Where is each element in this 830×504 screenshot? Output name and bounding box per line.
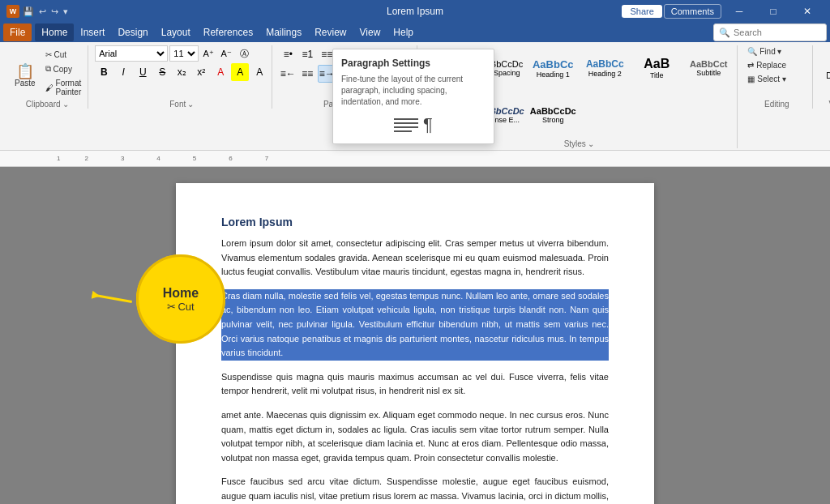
search-input[interactable] <box>734 28 821 37</box>
menu-item-insert[interactable]: Insert <box>74 23 111 41</box>
bold-button[interactable]: B <box>95 63 113 81</box>
find-icon: 🔍 <box>747 47 757 56</box>
replace-button[interactable]: ⇄ Replace <box>744 59 809 71</box>
menu-item-review[interactable]: Review <box>308 23 353 41</box>
cut-icon: ✂ <box>45 50 52 59</box>
replace-icon: ⇄ <box>747 61 754 70</box>
title-bar-left: W 💾 ↩ ↪ ▾ <box>6 5 68 18</box>
style-strong[interactable]: AaBbCcDc Strong <box>528 92 578 138</box>
superscript-button[interactable]: x² <box>192 63 210 81</box>
align-center-button[interactable]: ≡≡ <box>298 65 316 83</box>
menu-item-mailings[interactable]: Mailings <box>259 23 308 41</box>
clipboard-expand-icon[interactable]: ⌄ <box>62 100 69 109</box>
document-paragraph-4: amet ante. Maecenas quis dignissim ex. A… <box>221 408 609 465</box>
editing-label: Editing <box>764 98 789 109</box>
paragraph-settings-tooltip: Paragraph Settings Fine-tune the layout … <box>332 49 494 144</box>
font-name-selector[interactable]: Arial <box>95 45 168 62</box>
maximize-button[interactable]: □ <box>757 0 789 23</box>
style-heading1[interactable]: AaBbCc Heading 1 <box>528 45 578 91</box>
editing-buttons: 🔍 Find ▾ ⇄ Replace ▦ Select ▾ <box>744 45 809 85</box>
save-icon[interactable]: 💾 <box>23 6 34 17</box>
ruler-marks: 1 2 3 4 5 6 7 <box>49 155 830 162</box>
highlight-button[interactable]: A <box>231 63 249 81</box>
font-expand-icon[interactable]: ⌄ <box>187 100 194 109</box>
document-paragraph-2: Cras diam nulla, molestie sed felis vel,… <box>221 289 609 361</box>
font-row-1: Arial 11 A⁺ A⁻ Ⓐ <box>95 45 268 62</box>
redo-icon[interactable]: ↪ <box>51 6 58 17</box>
close-button[interactable]: ✕ <box>791 0 824 23</box>
strikethrough-button[interactable]: S <box>153 63 171 81</box>
format-painter-icon: 🖌 <box>45 83 53 92</box>
document-paragraph-5: Fusce faucibus sed arcu vitae dictum. Su… <box>221 475 609 504</box>
quick-access-toolbar: 💾 ↩ ↪ ▾ <box>23 6 68 17</box>
annotation-circle: Home ✂ Cut <box>136 254 225 344</box>
menu-item-home[interactable]: Home <box>35 23 74 41</box>
style-title[interactable]: AaB Title <box>631 45 682 91</box>
styles-expand-icon[interactable]: ⌄ <box>588 139 594 148</box>
align-left-button[interactable]: ≡← <box>279 65 297 83</box>
menu-item-layout[interactable]: Layout <box>155 23 197 41</box>
subscript-button[interactable]: x₂ <box>173 63 190 81</box>
minimize-button[interactable]: ─ <box>723 0 755 23</box>
italic-button[interactable]: I <box>114 63 132 81</box>
menu-item-design[interactable]: Design <box>111 23 154 41</box>
text-effects-button[interactable]: A <box>250 63 268 81</box>
styles-label: Styles ⌄ <box>564 138 594 148</box>
document-page[interactable]: Lorem Ipsum Lorem ipsum dolor sit amet, … <box>176 183 654 504</box>
document-paragraph-1: Lorem ipsum dolor sit amet, consectetur … <box>221 237 609 280</box>
font-color-button[interactable]: A <box>212 63 229 81</box>
select-button[interactable]: ▦ Select ▾ <box>744 73 809 85</box>
title-bar: W 💾 ↩ ↪ ▾ Lorem Ipsum Share Comments ─ □… <box>0 0 830 23</box>
menu-bar: File Home Insert Design Layout Reference… <box>0 23 830 42</box>
copy-button[interactable]: ⧉ Copy <box>42 62 85 75</box>
copy-icon: ⧉ <box>45 64 51 74</box>
more-icon[interactable]: ▾ <box>63 6 68 17</box>
annotation-arrow <box>91 287 142 311</box>
style-subtitle[interactable]: AaBbCct Subtitle <box>683 45 734 91</box>
document-area: Home ✂ Cut Lorem Ipsum Lorem ipsum dolor… <box>0 167 830 504</box>
ruler: 1 2 3 4 5 6 7 <box>0 151 830 167</box>
ribbon-group-voice: 🎙 Dictate Voice <box>816 45 830 109</box>
numbering-button[interactable]: ≡1 <box>298 45 316 63</box>
cut-button[interactable]: ✂ Cut <box>42 49 85 61</box>
format-painter-button[interactable]: 🖌 Format Painter <box>42 77 85 98</box>
ribbon-group-editing: 🔍 Find ▾ ⇄ Replace ▦ Select ▾ Editing <box>741 45 813 109</box>
comments-button[interactable]: Comments <box>664 4 721 19</box>
clear-format-button[interactable]: Ⓐ <box>236 45 252 62</box>
dictate-button[interactable]: 🎙 Dictate <box>819 45 830 83</box>
menu-item-view[interactable]: View <box>353 23 387 41</box>
select-icon: ▦ <box>747 75 755 83</box>
decrease-font-button[interactable]: A⁻ <box>218 45 234 62</box>
tooltip-icon: ¶ <box>341 114 486 135</box>
word-icon: W <box>6 5 19 18</box>
search-box[interactable]: 🔍 <box>713 23 827 41</box>
font-size-selector[interactable]: 11 <box>169 45 199 62</box>
share-button[interactable]: Share <box>622 5 661 18</box>
document-paragraph-3: Suspendisse quis magna quis mauris maxim… <box>221 370 609 399</box>
find-button[interactable]: 🔍 Find ▾ <box>744 45 809 58</box>
tooltip-title: Paragraph Settings <box>341 58 486 69</box>
clipboard-label: Clipboard ⌄ <box>26 98 69 109</box>
undo-icon[interactable]: ↩ <box>39 6 46 17</box>
font-label: Font ⌄ <box>169 98 194 109</box>
document-title: Lorem Ipsum <box>221 216 609 229</box>
search-icon: 🔍 <box>719 28 730 38</box>
style-heading2[interactable]: AaBbCc Heading 2 <box>580 45 630 91</box>
paste-button[interactable]: 📋 Paste <box>10 45 41 91</box>
ribbon-group-font: Arial 11 A⁺ A⁻ Ⓐ B I U S x₂ x² A A A <box>92 45 272 109</box>
underline-button[interactable]: U <box>134 63 152 81</box>
tooltip-text: Fine-tune the layout of the current para… <box>341 74 486 108</box>
circle-annotation: Home ✂ Cut <box>136 254 229 344</box>
menu-item-file[interactable]: File <box>3 23 32 41</box>
increase-font-button[interactable]: A⁺ <box>200 45 216 62</box>
menu-item-references[interactable]: References <box>197 23 259 41</box>
bullets-button[interactable]: ≡• <box>279 45 297 63</box>
ribbon: 📋 Paste ✂ Cut ⧉ Copy 🖌 Format Painter C <box>0 42 830 151</box>
ribbon-group-clipboard: 📋 Paste ✂ Cut ⧉ Copy 🖌 Format Painter C <box>6 45 88 109</box>
menu-item-help[interactable]: Help <box>387 23 420 41</box>
title-bar-right: Share Comments ─ □ ✕ <box>622 0 824 23</box>
font-row-2: B I U S x₂ x² A A A <box>95 63 268 81</box>
window-title: Lorem Ipsum <box>387 6 443 17</box>
